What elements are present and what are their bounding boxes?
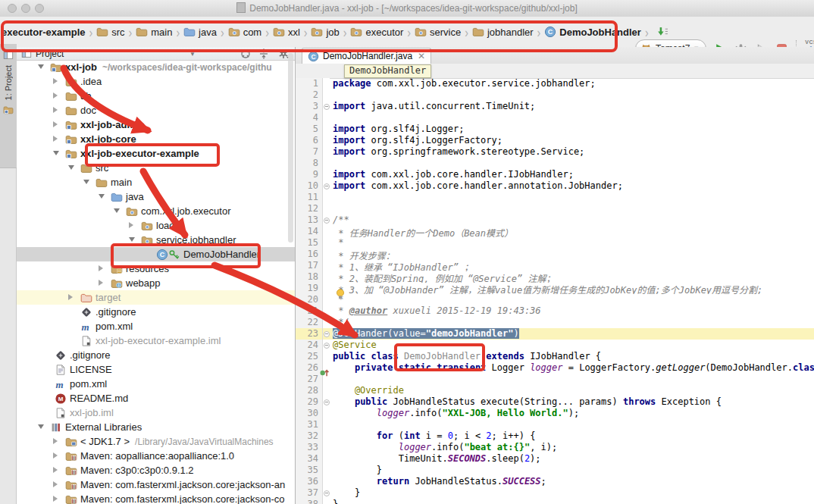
editor-tab[interactable]: C DemoJobHandler.java ✕	[302, 48, 431, 64]
tree-item-doc[interactable]: doc	[17, 103, 295, 117]
tree-collapse-arrow[interactable]	[68, 165, 74, 170]
breadcrumb-item-job[interactable]: job	[311, 26, 339, 38]
tree-item-xxl-job[interactable]: xxl-job~/workspaces/idea-git-workspace/g…	[17, 60, 295, 74]
line-number: 18	[296, 271, 323, 283]
tree-item-pom.xml[interactable]: mpom.xml	[17, 319, 295, 333]
fold-gutter[interactable]	[323, 340, 330, 351]
line-number: 14	[296, 226, 323, 237]
tree-item-maven-com.fasterxml.jackson.core-jackson-co[interactable]: Maven: com.fasterxml.jackson.core:jackso…	[17, 492, 295, 504]
project-panel: Project ▼ xxl-job~/workspaces/idea-git-w…	[17, 47, 296, 504]
tree-item-readme.md[interactable]: MREADME.md	[17, 391, 295, 405]
breadcrumb-item-demojobhandler[interactable]: CDemoJobHandler	[544, 26, 641, 38]
tree-expand-arrow[interactable]	[53, 467, 58, 473]
fold-gutter[interactable]	[323, 101, 330, 112]
fold-gutter[interactable]	[323, 180, 330, 192]
tree-collapse-arrow[interactable]	[38, 64, 44, 69]
tree-item-target[interactable]: target	[17, 290, 295, 305]
fold-gutter	[323, 78, 330, 89]
breadcrumb-item-service[interactable]: service	[415, 26, 461, 38]
fold-gutter[interactable]	[323, 396, 330, 408]
tree-expand-arrow[interactable]	[53, 78, 58, 84]
tree-item-demojobhandler[interactable]: CDemoJobHandler	[17, 247, 295, 261]
tree-item-xxl-job-core[interactable]: xxl-job-core	[17, 132, 295, 146]
code-line-35: 35 }	[296, 465, 814, 476]
tree-item-<-jdk1.7->[interactable]: < JDK1.7 >/Library/Java/JavaVirtualMachi…	[17, 434, 295, 449]
tree-scrollbar[interactable]	[288, 53, 293, 243]
folder-icon	[136, 26, 148, 38]
tree-expand-arrow[interactable]	[53, 92, 58, 99]
tree-item-xxl-job-executor-example[interactable]: xxl-job-executor-example	[17, 146, 295, 161]
tree-item-external-libraries[interactable]: External Libraries	[17, 420, 295, 434]
collapse-all-icon[interactable]	[258, 48, 270, 60]
tree-collapse-arrow[interactable]	[99, 194, 105, 199]
close-icon[interactable]: ✕	[418, 51, 425, 61]
tree-item-loader[interactable]: loader	[17, 218, 295, 233]
breadcrumb-item-executor[interactable]: executor	[350, 26, 403, 38]
tree-item-xxl-job-admin[interactable]: xxl-job-admin	[17, 117, 295, 132]
lib-folder-icon	[65, 493, 77, 504]
breadcrumb-item-java[interactable]: java	[183, 26, 217, 38]
code-line-17: 17 * 1、继承 “IJobHandler” ；	[296, 260, 814, 271]
tree-item-license[interactable]: LICENSE	[17, 362, 295, 377]
tree-expand-arrow[interactable]	[99, 265, 103, 271]
tree-expand-arrow[interactable]	[129, 222, 133, 228]
tree-item-com.xxl.job.executor[interactable]: com.xxl.job.executor	[17, 204, 295, 218]
tree-expand-arrow[interactable]	[53, 121, 58, 127]
breadcrumb-item-xxl[interactable]: xxl	[273, 26, 300, 38]
fold-gutter[interactable]	[323, 487, 330, 499]
breadcrumb-separator: ›	[265, 24, 269, 40]
tree-collapse-arrow[interactable]	[129, 237, 135, 242]
tree-item-maven-com.fasterxml.jackson.core-jackson-an[interactable]: Maven: com.fasterxml.jackson.core:jackso…	[17, 477, 295, 492]
window-title: DemoJobHandler.java - xxl-job - [~/works…	[0, 2, 814, 14]
tree-expand-arrow[interactable]	[53, 136, 58, 142]
tree-expand-arrow[interactable]	[99, 280, 103, 286]
tree-item-label: doc	[80, 103, 96, 117]
tree-item-webapp[interactable]: webapp	[17, 276, 295, 290]
breadcrumb-item-executor-example[interactable]: executor-example	[2, 27, 86, 38]
tree-item-pom.xml[interactable]: mpom.xml	[17, 377, 295, 391]
tree-expand-arrow[interactable]	[53, 438, 58, 444]
tree-expand-arrow[interactable]	[53, 481, 58, 487]
tree-collapse-arrow[interactable]	[83, 180, 89, 184]
breadcrumb-item-com[interactable]: com	[228, 26, 262, 38]
tree-item-db[interactable]: db	[17, 89, 295, 103]
breadcrumb-item-jobhandler[interactable]: jobhandler	[472, 26, 534, 38]
fold-marker-icon	[324, 331, 330, 337]
tree-expand-arrow[interactable]	[68, 294, 73, 300]
breadcrumb-item-src[interactable]: src	[96, 26, 124, 38]
intention-bulb-icon[interactable]	[335, 288, 346, 300]
project-tool-window-tab[interactable]: 1: Project	[0, 44, 17, 168]
code-editor[interactable]: 1package com.xxl.job.executor.service.jo…	[296, 78, 814, 504]
tree-item-java[interactable]: java	[17, 189, 295, 204]
chevron-down-icon[interactable]: ▼	[189, 51, 196, 58]
scroll-to-source-icon[interactable]	[240, 48, 252, 60]
fold-gutter	[323, 169, 330, 180]
tree-item-label: External Libraries	[65, 420, 142, 434]
code-line-1: 1package com.xxl.job.executor.service.jo…	[296, 78, 814, 89]
fold-gutter[interactable]	[323, 214, 330, 226]
tree-item-service.jobhandler[interactable]: service.jobhandler	[17, 233, 295, 247]
tree-collapse-arrow[interactable]	[114, 208, 120, 213]
tree-item-maven-aopalliance-aopalliance-1.0[interactable]: Maven: aopalliance:aopalliance:1.0	[17, 449, 295, 463]
fold-marker-icon	[324, 399, 330, 405]
tree-item-.gitignore[interactable]: .gitignore	[17, 348, 295, 362]
tree-expand-arrow[interactable]	[53, 496, 58, 502]
tree-item-xxl-job.iml[interactable]: xxl-job.iml	[17, 405, 295, 420]
tree-item-label: xxl-job-admin	[80, 117, 145, 132]
fold-gutter[interactable]	[323, 328, 330, 340]
tree-expand-arrow[interactable]	[53, 452, 58, 459]
tree-item-main[interactable]: main	[17, 175, 295, 189]
editor-area: C DemoJobHandler.java ✕ DemoJobHandler 1…	[296, 47, 814, 504]
tree-collapse-arrow[interactable]	[38, 424, 44, 429]
tree-item-src[interactable]: src	[17, 161, 295, 175]
text-file-icon	[55, 364, 67, 376]
overriding-method-gutter-icon[interactable]	[319, 367, 330, 377]
tree-item-xxl-job-executor-example.iml[interactable]: xxl-job-executor-example.iml	[17, 333, 295, 348]
breadcrumb-item-main[interactable]: main	[136, 26, 172, 38]
tree-item-resources[interactable]: resources	[17, 261, 295, 276]
tree-item-.idea[interactable]: .idea	[17, 74, 295, 89]
tree-expand-arrow[interactable]	[53, 107, 58, 113]
tree-item-.gitignore[interactable]: .gitignore	[17, 305, 295, 319]
tree-item-maven-c3p0-c3p0-0.9.1.2[interactable]: Maven: c3p0:c3p0:0.9.1.2	[17, 463, 295, 477]
tree-collapse-arrow[interactable]	[53, 151, 59, 155]
